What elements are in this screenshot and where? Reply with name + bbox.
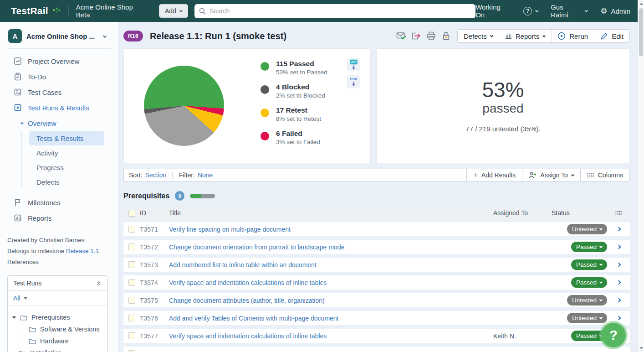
pass-word: passed xyxy=(482,101,523,116)
help-menu[interactable]: ? xyxy=(523,7,538,16)
tree-item-label: Installation xyxy=(30,349,61,352)
sidebar-item-project-overview[interactable]: Project Overview xyxy=(0,53,118,69)
tree-item-installation[interactable]: Installation xyxy=(19,347,104,352)
table-columns-icon[interactable] xyxy=(615,211,622,216)
rerun-button[interactable]: Rerun xyxy=(551,30,594,42)
status-pill[interactable]: Untested xyxy=(567,313,607,323)
row-detail-chevron[interactable] xyxy=(616,245,621,249)
test-title-link[interactable]: Add numbered list to inline table within… xyxy=(169,261,493,269)
page-title: Release 1.1: Run 1 (smoke test) xyxy=(150,31,286,41)
status-column-header[interactable]: Status xyxy=(552,209,607,217)
sidebar-item-reports[interactable]: Reports xyxy=(0,210,118,226)
chevron-down-icon xyxy=(179,9,183,12)
table-row xyxy=(123,347,630,352)
add-results-button[interactable]: + Add Results xyxy=(466,169,522,181)
pie-chart xyxy=(144,66,224,146)
row-checkbox[interactable] xyxy=(128,243,135,250)
edit-button[interactable]: Edit xyxy=(594,30,629,42)
sidebar-item-overview[interactable]: Overview xyxy=(0,115,118,131)
test-title-link[interactable]: Add and verify Tables of Contents with m… xyxy=(169,315,493,322)
status-pill[interactable]: Passed xyxy=(571,242,607,252)
scroll-down-arrow-icon[interactable] xyxy=(639,347,643,349)
testrail-logo[interactable]: TestRail xyxy=(11,5,61,16)
columns-button[interactable]: Columns xyxy=(580,169,629,181)
sidebar-item-test-runs[interactable]: Test Runs & Results xyxy=(0,100,118,115)
lock-button[interactable] xyxy=(441,31,452,41)
created-by-text: Created by Christian Barnes. xyxy=(7,235,111,246)
tree-item-prerequisites[interactable]: Prerequisites xyxy=(12,311,104,323)
print-button[interactable] xyxy=(426,31,437,41)
scroll-up-arrow-icon[interactable] xyxy=(639,3,643,5)
test-title-link[interactable]: Verify line spacing on multi-page docume… xyxy=(169,226,493,233)
status-pill[interactable]: Passed xyxy=(571,277,607,288)
id-column-header[interactable]: ID xyxy=(140,209,169,217)
test-title-link[interactable]: Change document attributes (author, titl… xyxy=(169,297,493,304)
status-pill[interactable]: Untested xyxy=(567,224,607,234)
email-notify-button[interactable] xyxy=(396,31,407,41)
table-row: T3576 Add and verify Tables of Contents … xyxy=(123,311,630,325)
row-detail-chevron[interactable] xyxy=(616,227,621,232)
status-pill[interactable]: Passed xyxy=(571,259,607,270)
add-button[interactable]: Add xyxy=(159,4,188,18)
test-title-link[interactable]: Verify space and indentation calculation… xyxy=(169,332,493,340)
sidebar-item-activity[interactable]: Activity xyxy=(29,145,104,160)
row-detail-chevron[interactable] xyxy=(616,280,621,285)
chevron-down-icon xyxy=(585,9,588,12)
row-checkbox[interactable] xyxy=(128,350,135,352)
legend-subtext: 3% set to Failed xyxy=(276,138,320,146)
row-checkbox[interactable] xyxy=(128,261,135,268)
search-bar[interactable] xyxy=(194,4,475,18)
row-detail-chevron[interactable] xyxy=(616,263,621,267)
pass-percentage: 53% xyxy=(482,79,524,101)
collapse-panel-icon[interactable] xyxy=(96,280,102,286)
tree-item-label: Prerequisites xyxy=(31,314,70,321)
tree-item-hardware[interactable]: Hardware xyxy=(29,335,104,347)
sidebar-item-todo[interactable]: To-Do xyxy=(0,69,118,84)
sidebar-item-tests-results[interactable]: Tests & Results xyxy=(29,131,104,145)
admin-link[interactable]: ⚙ Admin xyxy=(600,7,630,15)
scrollbar-thumb[interactable] xyxy=(639,8,643,56)
defects-dropdown-button[interactable]: Defects xyxy=(458,30,499,42)
assigned-column-header[interactable]: Assigned To xyxy=(493,209,552,217)
working-on-link[interactable]: Working On xyxy=(475,3,511,19)
select-all-checkbox[interactable] xyxy=(128,210,135,217)
tree-expand-caret[interactable] xyxy=(12,316,16,319)
row-checkbox[interactable] xyxy=(128,279,135,286)
legend-item-failed: 6 Failed 3% set to Failed xyxy=(261,129,327,146)
edit-label: Edit xyxy=(612,32,624,40)
sidebar-item-milestones[interactable]: Milestones xyxy=(0,195,118,210)
assign-to-button[interactable]: Assign To xyxy=(522,169,580,181)
row-detail-chevron[interactable] xyxy=(616,316,621,321)
row-checkbox[interactable] xyxy=(128,332,135,339)
milestone-link[interactable]: Release 1.1 xyxy=(66,248,99,254)
reports-dropdown-button[interactable]: Reports xyxy=(499,30,552,42)
search-icon xyxy=(199,8,206,15)
page-scrollbar[interactable] xyxy=(638,0,644,352)
row-checkbox[interactable] xyxy=(128,315,135,321)
sidebar-item-progress[interactable]: Progress xyxy=(29,160,104,175)
title-column-header[interactable]: Title xyxy=(169,209,493,217)
working-on-label: Working On xyxy=(475,3,511,19)
tree-item-software-versions[interactable]: Software & Versions xyxy=(29,323,104,335)
test-title-link[interactable]: Change document orientation from portrai… xyxy=(169,243,493,251)
chevron-down-icon xyxy=(599,316,603,319)
bar-chart-icon xyxy=(14,214,22,222)
test-title-link[interactable]: Verify space and indentation calculation… xyxy=(169,279,493,286)
project-selector[interactable]: A Acme Online Shop ... xyxy=(0,27,118,47)
search-input[interactable] xyxy=(210,7,471,15)
download-csv-button[interactable]: CSV xyxy=(347,75,360,88)
row-checkbox[interactable] xyxy=(128,226,135,233)
runs-filter-dropdown[interactable]: All xyxy=(8,291,107,306)
download-chart-button[interactable] xyxy=(347,58,360,71)
status-pill[interactable]: Untested xyxy=(567,295,607,305)
help-fab-button[interactable]: ? xyxy=(601,323,626,347)
row-detail-chevron[interactable] xyxy=(616,298,621,303)
export-button[interactable] xyxy=(411,31,422,41)
filter-value-link[interactable]: None xyxy=(198,171,213,179)
row-checkbox[interactable] xyxy=(128,297,135,304)
section-progress-bar xyxy=(190,194,215,198)
sidebar-item-test-cases[interactable]: Test Cases xyxy=(0,84,118,100)
user-menu[interactable]: Gus Raimi xyxy=(551,3,588,19)
sort-value-link[interactable]: Section xyxy=(145,171,167,179)
sidebar-item-defects[interactable]: Defects xyxy=(29,175,104,189)
